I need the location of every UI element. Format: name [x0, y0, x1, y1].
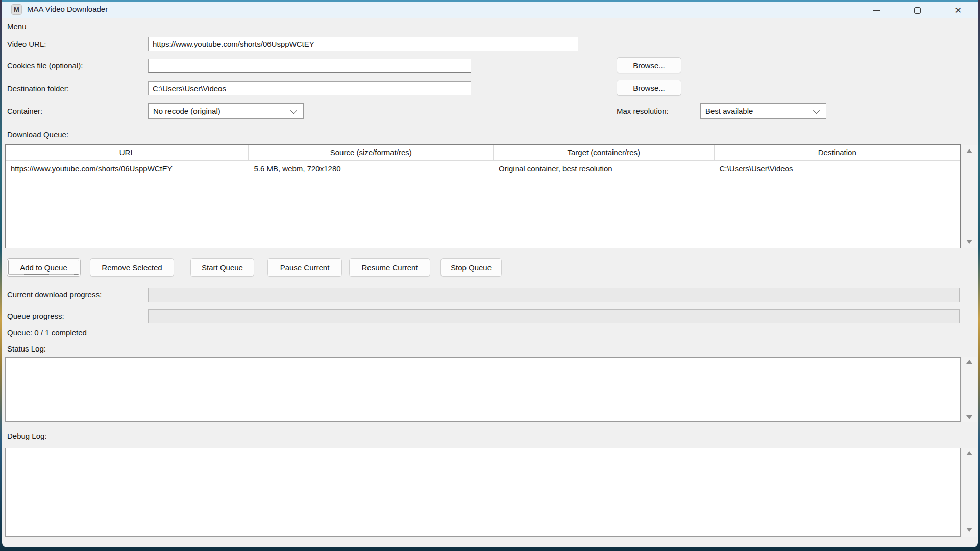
destination-folder-label: Destination folder: — [7, 83, 69, 95]
status-log-label: Status Log: — [7, 343, 46, 355]
add-to-queue-button[interactable]: Add to Queue — [7, 258, 81, 277]
window-title: MAA Video Downloader — [27, 5, 108, 13]
chevron-down-icon — [290, 107, 297, 114]
debug-log-textarea[interactable] — [5, 448, 961, 537]
queue-progress-bar — [148, 309, 960, 323]
minimize-icon — [873, 10, 880, 11]
pause-current-button[interactable]: Pause Current — [267, 258, 342, 277]
table-cell: Original container, best resolution — [494, 161, 715, 177]
max-resolution-label: Max resolution: — [617, 105, 669, 117]
resume-current-button[interactable]: Resume Current — [349, 258, 430, 277]
scroll-down-icon[interactable] — [966, 415, 972, 419]
max-resolution-selected-value: Best available — [705, 107, 753, 115]
table-cell: https://www.youtube.com/shorts/06UsppWCt… — [6, 161, 249, 177]
scroll-down-icon[interactable] — [966, 528, 972, 532]
container-selected-value: No recode (original) — [153, 107, 220, 115]
queue-progress-label: Queue progress: — [7, 310, 64, 322]
screen: M MAA Video Downloader ✕ Menu Video URL:… — [0, 0, 980, 551]
scroll-down-icon[interactable] — [966, 240, 972, 244]
start-queue-button[interactable]: Start Queue — [190, 258, 254, 277]
scroll-up-icon[interactable] — [966, 451, 972, 455]
debug-log-scrollbar[interactable] — [962, 448, 977, 537]
queue-table-scrollbar[interactable] — [962, 145, 977, 248]
table-header-row: URL Source (size/format/res) Target (con… — [6, 145, 960, 161]
cookies-file-input[interactable] — [148, 59, 471, 73]
app-icon: M — [11, 4, 22, 15]
table-row[interactable]: https://www.youtube.com/shorts/06UsppWCt… — [6, 161, 960, 177]
status-log-textarea[interactable] — [5, 357, 961, 422]
status-log-scrollbar[interactable] — [962, 357, 977, 422]
close-button[interactable]: ✕ — [946, 2, 970, 18]
column-header-source[interactable]: Source (size/format/res) — [249, 145, 493, 161]
table-body: https://www.youtube.com/shorts/06UsppWCt… — [6, 161, 960, 177]
maximize-button[interactable] — [905, 2, 929, 18]
close-icon: ✕ — [954, 6, 962, 15]
column-header-target[interactable]: Target (container/res) — [494, 145, 715, 161]
menu-item-menu[interactable]: Menu — [7, 22, 27, 31]
max-resolution-select[interactable]: Best available — [700, 103, 826, 119]
scroll-up-icon[interactable] — [966, 360, 972, 364]
destination-folder-input[interactable] — [148, 81, 471, 95]
current-progress-bar — [148, 288, 960, 302]
video-url-input[interactable] — [148, 37, 578, 51]
table-cell: 5.6 MB, webm, 720x1280 — [249, 161, 493, 177]
video-url-label: Video URL: — [7, 38, 46, 51]
table-cell: C:\Users\User\Videos — [715, 161, 960, 177]
download-queue-label: Download Queue: — [7, 129, 68, 141]
maximize-icon — [914, 7, 921, 14]
stop-queue-button[interactable]: Stop Queue — [440, 258, 502, 277]
cookies-browse-button[interactable]: Browse... — [617, 57, 681, 73]
cookies-file-label: Cookies file (optional): — [7, 60, 83, 72]
container-label: Container: — [7, 105, 42, 117]
chevron-down-icon — [813, 107, 820, 114]
container-select[interactable]: No recode (original) — [148, 103, 304, 119]
column-header-url[interactable]: URL — [6, 145, 249, 161]
destination-browse-button[interactable]: Browse... — [617, 80, 681, 96]
titlebar[interactable] — [2, 2, 978, 18]
download-queue-table[interactable]: URL Source (size/format/res) Target (con… — [5, 144, 961, 248]
remove-selected-button[interactable]: Remove Selected — [90, 258, 174, 277]
debug-log-label: Debug Log: — [7, 430, 47, 442]
scroll-up-icon[interactable] — [966, 149, 972, 153]
queue-status-text: Queue: 0 / 1 completed — [7, 327, 87, 339]
current-progress-label: Current download progress: — [7, 289, 102, 301]
minimize-button[interactable] — [865, 2, 888, 18]
column-header-destination[interactable]: Destination — [715, 145, 960, 161]
